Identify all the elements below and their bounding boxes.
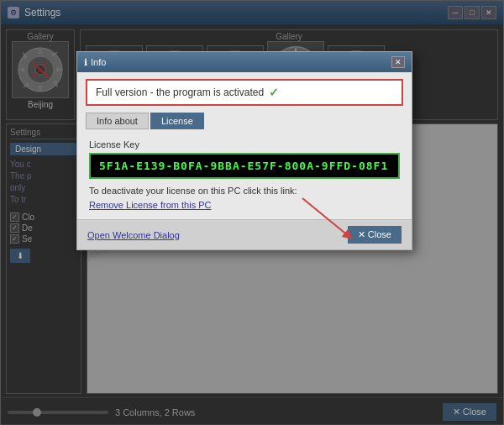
dialog-close-button[interactable]: ✕ — [391, 56, 405, 68]
dialog-title: ℹ Info — [84, 57, 106, 68]
remove-license-link[interactable]: Remove License from this PC — [89, 200, 212, 210]
license-key-value: 5F1A-E139-B0FA-9BBA-E57F-800A-9FFD-08F1 — [89, 153, 400, 179]
dialog-title-bar: ℹ Info ✕ — [77, 52, 412, 72]
dialog-bottom: Open Welcome Dialog ✕ Close — [77, 219, 412, 249]
open-welcome-link[interactable]: Open Welcome Dialog — [87, 230, 180, 240]
activation-banner: Full version - the program is activated … — [86, 79, 403, 106]
dialog-title-text: Info — [91, 57, 106, 67]
dialog-tabs: Info about License — [77, 113, 412, 129]
dialog-close-main-button[interactable]: ✕ Close — [348, 226, 402, 244]
dialog-body: License Key 5F1A-E139-B0FA-9BBA-E57F-800… — [77, 134, 412, 219]
license-key-label: License Key — [89, 139, 400, 150]
info-icon: ℹ — [84, 57, 87, 68]
tab-license[interactable]: License — [150, 113, 204, 129]
check-mark-icon: ✓ — [269, 86, 279, 99]
info-dialog: ℹ Info ✕ Full version - the program is a… — [76, 51, 412, 250]
deactivate-text: To deactivate your license on this PC cl… — [89, 186, 400, 196]
main-window: ⚙ Settings ─ □ ✕ Gallery — [0, 0, 504, 425]
activation-text: Full version - the program is activated — [96, 87, 264, 98]
tab-info-about[interactable]: Info about — [86, 113, 149, 129]
